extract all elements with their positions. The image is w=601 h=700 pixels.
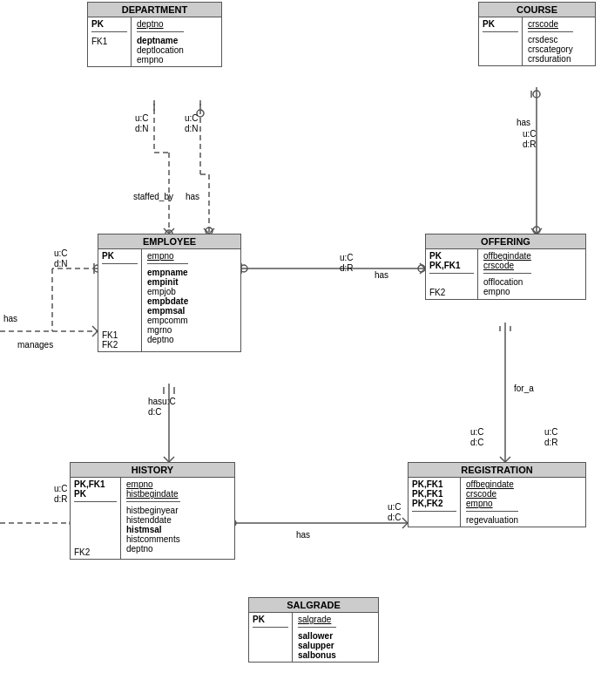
dept-fk1-label: FK1 — [91, 37, 127, 46]
svg-point-47 — [533, 227, 540, 234]
hist-pk-label: PK — [74, 489, 117, 499]
card-label-uc-staffed: u:C — [135, 113, 149, 123]
off-pk-fk1-label: PK,FK1 — [429, 261, 474, 270]
entity-history-title: HISTORY — [71, 463, 234, 478]
label-has-course-off: has — [517, 118, 530, 127]
course-attr-crscategory: crscategory — [528, 44, 573, 54]
off-fk2-label: FK2 — [429, 288, 474, 297]
emp-attr-deptno: deptno — [147, 335, 188, 344]
emp-attr-empbdate: empbdate — [147, 296, 188, 306]
card-dc-emp-hist: d:C — [148, 407, 162, 417]
sal-attr-sallower: sallower — [298, 631, 336, 641]
entity-history: HISTORY PK,FK1 PK FK2 empno histbeg — [70, 462, 235, 560]
reg-pkfk1-label2: PK,FK1 — [412, 489, 456, 499]
card-uc-for-a: u:C — [470, 427, 484, 437]
label-manages: manages — [17, 340, 53, 350]
card-uc-hist-left: u:C — [54, 484, 68, 493]
emp-fk2-label: FK2 — [102, 340, 138, 350]
entity-offering-title: OFFERING — [426, 234, 585, 249]
dept-pk-deptno: deptno — [137, 19, 184, 29]
entity-offering: OFFERING PK PK,FK1 FK2 offbegindate crsc… — [425, 234, 586, 300]
card-uc-reg-top: u:C — [388, 502, 402, 512]
emp-pk-label: PK — [102, 251, 138, 261]
entity-employee-title: EMPLOYEE — [98, 234, 240, 249]
dept-attr-deptlocation: deptlocation — [137, 45, 184, 55]
card-uc-course: u:C — [523, 129, 537, 139]
card-dr-hist-left: d:R — [54, 494, 68, 504]
reg-pkfk2-label: PK,FK2 — [412, 499, 456, 508]
entity-registration: REGISTRATION PK,FK1 PK,FK1 PK,FK2 offbeg… — [408, 462, 586, 527]
card-dr-emp-off: d:R — [340, 263, 354, 273]
off-pk-offbegindate: offbegindate — [483, 251, 531, 261]
reg-attr-regevaluation: regevaluation — [466, 515, 518, 525]
reg-pkfk1-label1: PK,FK1 — [412, 479, 456, 489]
entity-department-title: DEPARTMENT — [88, 3, 221, 17]
reg-pk-crscode: crscode — [466, 489, 518, 499]
sal-pk-label: PK — [253, 615, 288, 624]
label-has-dept-emp: has — [186, 192, 199, 201]
hist-attr-histenddate: histenddate — [126, 515, 180, 525]
emp-pk-empno: empno — [147, 251, 188, 261]
entity-course: COURSE PK crscode crsdesc crscategory cr… — [478, 2, 596, 66]
card-uc-for-a2: u:C — [544, 427, 558, 437]
course-attr-crsdesc: crsdesc — [528, 35, 573, 44]
label-for-a: for_a — [514, 384, 534, 393]
label-staffed-by: staffed_by — [133, 192, 173, 201]
card-dc-reg-top: d:C — [388, 513, 402, 522]
hist-attr-deptno: deptno — [126, 544, 180, 554]
reg-pk-empno: empno — [466, 499, 518, 508]
hist-pk-empno: empno — [126, 479, 180, 489]
sal-pk-salgrade: salgrade — [298, 615, 336, 624]
svg-point-49 — [533, 91, 540, 98]
entity-employee: EMPLOYEE PK FK1 FK2 emp — [98, 234, 241, 352]
relationship-lines — [0, 0, 601, 700]
hist-attr-histcomments: histcomments — [126, 534, 180, 544]
off-attr-offlocation: offlocation — [483, 277, 531, 287]
sal-attr-salupper: salupper — [298, 641, 336, 650]
emp-attr-empjob: empjob — [147, 287, 188, 296]
entity-salgrade-title: SALGRADE — [249, 598, 378, 613]
card-label-uc-has-dept: u:C — [185, 113, 199, 123]
card-label-dn-staffed: d:N — [135, 124, 149, 133]
sal-attr-salbonus: salbonus — [298, 650, 336, 660]
card-dn-manages: d:N — [54, 259, 68, 268]
hist-pk-fk1-label: PK,FK1 — [74, 479, 117, 489]
dept-attr-deptname: deptname — [137, 36, 184, 45]
hist-pk-histbegindate: histbegindate — [126, 489, 180, 499]
card-uc-emp-off: u:C — [340, 253, 354, 262]
off-pk-label1: PK — [429, 251, 474, 261]
dept-attr-empno: empno — [137, 55, 184, 65]
course-pk-crscode: crscode — [528, 19, 573, 29]
emp-attr-mgrno: mgrno — [147, 325, 188, 335]
course-pk-label: PK — [483, 19, 518, 29]
course-attr-crsduration: crsduration — [528, 54, 573, 64]
diagram-container: u:C d:N u:C d:N staffed_by has u:C d:N m… — [0, 0, 601, 700]
card-dc-for-a: d:C — [470, 438, 484, 447]
label-has-left: has — [3, 314, 17, 323]
entity-salgrade: SALGRADE PK salgrade sallower salupper s… — [248, 597, 379, 663]
card-uc-manages: u:C — [54, 248, 68, 258]
hist-attr-histmsal: histmsal — [126, 525, 180, 534]
emp-attr-empcomm: empcomm — [147, 316, 188, 325]
entity-course-title: COURSE — [479, 3, 595, 17]
hist-fk2-label: FK2 — [74, 547, 117, 557]
entity-registration-title: REGISTRATION — [409, 463, 585, 478]
card-dr-course: d:R — [523, 139, 537, 149]
card-hasu-emp-hist: hasu:C — [148, 397, 176, 406]
hist-attr-histbeginyear: histbeginyear — [126, 506, 180, 515]
entity-department: DEPARTMENT PK FK1 deptno deptname deptlo… — [87, 2, 222, 67]
label-has-hist-reg: has — [296, 530, 310, 540]
off-pk-crscode: crscode — [483, 261, 531, 270]
emp-attr-empname: empname — [147, 268, 188, 277]
label-has-emp-off: has — [375, 270, 388, 280]
card-label-dn-has-dept: d:N — [185, 124, 199, 133]
card-dr-for-a2: d:R — [544, 438, 558, 447]
emp-fk1-label: FK1 — [102, 330, 138, 340]
dept-pk-label: PK — [91, 19, 127, 29]
svg-point-18 — [418, 265, 425, 272]
svg-point-20 — [240, 265, 247, 272]
emp-attr-empmsal: empmsal — [147, 306, 188, 316]
off-attr-empno: empno — [483, 287, 531, 296]
reg-pk-offbegindate: offbegindate — [466, 479, 518, 489]
emp-attr-empinit: empinit — [147, 277, 188, 287]
